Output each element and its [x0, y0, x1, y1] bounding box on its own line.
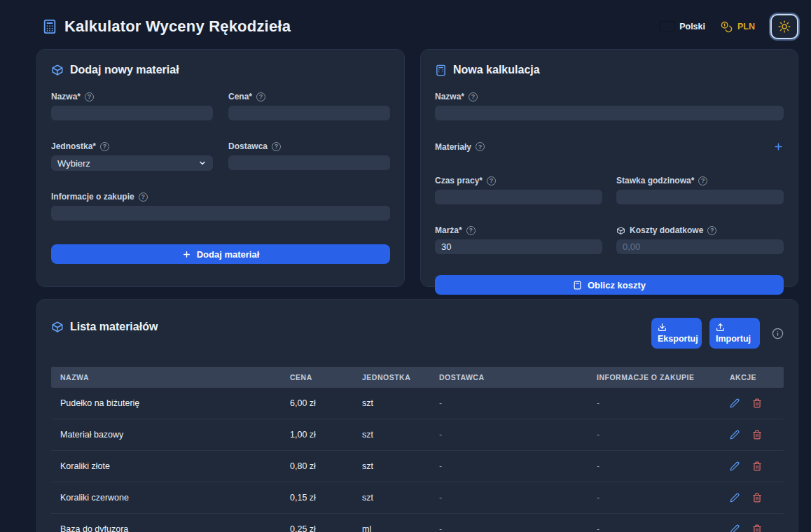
export-button[interactable]: Eksportuj	[651, 318, 702, 349]
app-title-wrap: Kalkulator Wyceny Rękodzieła	[42, 18, 291, 36]
cell-purchase-info: -	[588, 398, 721, 408]
help-icon[interactable]	[476, 142, 485, 151]
language-label: Polski	[679, 22, 705, 31]
add-calculation-material-button[interactable]	[773, 141, 784, 152]
cell-unit: szt	[353, 461, 430, 471]
app-header: Kalkulator Wyceny Rękodzieła Polski PLN	[36, 11, 798, 49]
edit-button[interactable]	[730, 398, 740, 408]
language-switcher[interactable]: Polski	[660, 22, 705, 31]
help-icon[interactable]	[139, 192, 148, 202]
unit-select-value: Wybierz	[57, 158, 90, 169]
margin-input[interactable]	[435, 239, 602, 254]
add-material-button[interactable]: Dodaj materiał	[51, 244, 390, 264]
import-button-label: Importuj	[716, 334, 751, 344]
material-supplier-label: Dostawca	[228, 141, 268, 151]
cell-name: Pudełko na biżuterię	[51, 398, 281, 408]
info-icon[interactable]	[772, 328, 784, 340]
cell-purchase-info: -	[588, 493, 721, 503]
help-icon[interactable]	[466, 226, 476, 235]
materials-table-header-row: NAZWA CENA JEDNOSTKA DOSTAWCA INFORMACJE…	[51, 367, 784, 388]
cell-price: 0,80 zł	[281, 461, 353, 471]
calculator-icon	[42, 19, 57, 34]
purchase-info-input[interactable]	[51, 206, 390, 220]
cell-unit: szt	[353, 430, 430, 440]
hourly-rate-label: Stawka godzinowa*	[616, 176, 694, 186]
package-icon	[51, 321, 64, 333]
cell-supplier: -	[430, 398, 588, 408]
help-icon[interactable]	[100, 142, 109, 151]
currency-label: PLN	[737, 22, 755, 31]
header-controls: Polski PLN	[660, 14, 798, 39]
delete-button[interactable]	[752, 524, 762, 532]
edit-button[interactable]	[730, 493, 740, 503]
column-header-name: NAZWA	[51, 373, 281, 382]
cell-name: Materiał bazowy	[51, 430, 281, 440]
extra-costs-input[interactable]	[616, 239, 784, 254]
delete-button[interactable]	[752, 430, 762, 440]
help-icon[interactable]	[256, 92, 265, 102]
delete-button[interactable]	[752, 493, 762, 503]
edit-button[interactable]	[730, 524, 740, 532]
material-name-input[interactable]	[51, 106, 213, 120]
help-icon[interactable]	[85, 92, 94, 102]
edit-button[interactable]	[730, 461, 740, 471]
materials-list-actions: Eksportuj Importuj	[651, 318, 784, 349]
calculate-costs-button-label: Oblicz koszty	[588, 280, 646, 290]
calc-name-label: Nazwa*	[435, 92, 464, 102]
export-button-label: Eksportuj	[658, 334, 698, 344]
table-row: Pudełko na biżuterię 6,00 zł szt - -	[51, 388, 784, 419]
column-header-supplier: DOSTAWCA	[430, 373, 588, 382]
cell-purchase-info: -	[588, 524, 721, 532]
material-price-input[interactable]	[228, 106, 390, 120]
cell-name: Koraliki złote	[51, 461, 281, 471]
package-icon	[616, 226, 625, 235]
unit-select[interactable]: Wybierz	[51, 155, 213, 171]
table-row: Koraliki złote 0,80 zł szt - -	[51, 451, 784, 482]
help-icon[interactable]	[698, 176, 707, 186]
coins-icon	[721, 21, 733, 33]
cell-purchase-info: -	[588, 430, 721, 440]
cell-unit: szt	[353, 398, 430, 408]
calculate-costs-button[interactable]: Oblicz koszty	[435, 275, 784, 295]
plus-icon	[182, 250, 191, 259]
help-icon[interactable]	[707, 226, 716, 235]
materials-list-title: Lista materiałów	[70, 321, 158, 333]
download-icon	[658, 323, 667, 332]
materials-table: NAZWA CENA JEDNOSTKA DOSTAWCA INFORMACJE…	[51, 367, 784, 532]
app-page: Kalkulator Wyceny Rękodzieła Polski PLN	[0, 0, 811, 532]
help-icon[interactable]	[469, 92, 478, 102]
material-unit-label: Jednostka*	[51, 141, 96, 151]
delete-button[interactable]	[752, 461, 762, 471]
theme-toggle-button[interactable]	[770, 14, 798, 39]
calc-materials-label: Materiały	[435, 142, 471, 152]
import-button[interactable]: Importuj	[709, 318, 760, 349]
column-header-price: CENA	[281, 373, 353, 382]
materials-list-title-wrap: Lista materiałów	[51, 321, 158, 333]
top-cards-row: Dodaj nowy materiał Nazwa* Cena* Jednost…	[36, 49, 798, 287]
poland-flag-icon	[660, 22, 674, 31]
materials-list-card: Lista materiałów Eksportuj Importuj	[36, 299, 798, 532]
column-header-actions: AKCJE	[721, 373, 784, 382]
column-header-unit: JEDNOSTKA	[353, 373, 430, 382]
help-icon[interactable]	[272, 142, 281, 151]
currency-switcher[interactable]: PLN	[721, 21, 755, 33]
cell-unit: ml	[353, 524, 430, 532]
calc-name-input[interactable]	[435, 106, 784, 120]
cell-price: 0,25 zł	[281, 524, 353, 532]
table-row: Materiał bazowy 1,00 zł szt - -	[51, 419, 784, 451]
package-icon	[51, 64, 64, 76]
delete-button[interactable]	[752, 398, 762, 408]
material-supplier-input[interactable]	[228, 155, 390, 170]
cell-price: 6,00 zł	[281, 398, 353, 408]
work-time-input[interactable]	[435, 190, 602, 204]
cell-name: Koraliki czerwone	[51, 493, 281, 503]
chevron-down-icon	[198, 159, 207, 167]
edit-button[interactable]	[730, 430, 740, 440]
help-icon[interactable]	[487, 176, 496, 186]
cell-name: Baza do dyfuzora	[51, 524, 281, 532]
new-calculation-card: Nowa kalkulacja Nazwa* Materiały Czas pr…	[420, 49, 798, 287]
material-name-label: Nazwa*	[51, 92, 81, 102]
add-material-button-label: Dodaj materiał	[197, 249, 260, 260]
calculator-icon	[573, 281, 582, 290]
hourly-rate-input[interactable]	[616, 190, 784, 204]
